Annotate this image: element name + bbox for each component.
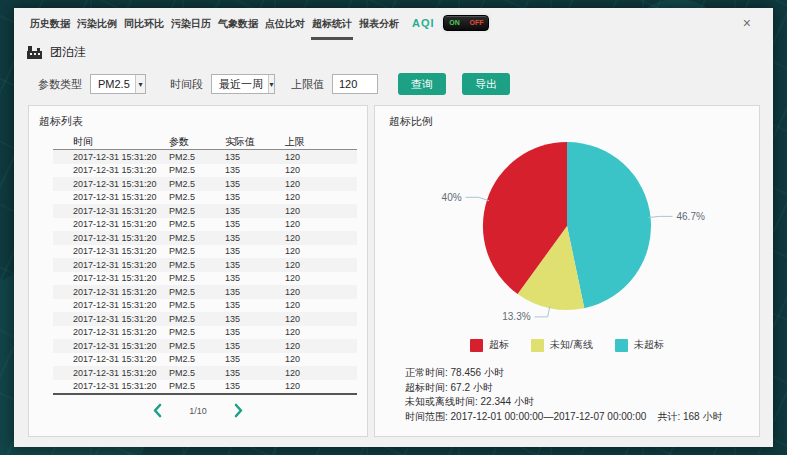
exceedance-ratio-panel: 超标比例 46.7%13.3%40% 超标未知/离线未超标 正常时间: 78.4… bbox=[374, 105, 760, 437]
table-cell: PM2.5 bbox=[169, 273, 225, 283]
exceedance-table: 时间参数实际值上限 2017-12-31 15:31:20PM2.5135120… bbox=[53, 134, 357, 395]
table-cell: 135 bbox=[225, 179, 285, 189]
table-cell: 2017-12-31 15:31:20 bbox=[73, 354, 169, 364]
upper-limit-input[interactable] bbox=[332, 74, 378, 94]
table-cell: 135 bbox=[225, 354, 285, 364]
aqi-toggle[interactable]: ON OFF bbox=[443, 15, 489, 31]
close-button[interactable]: × bbox=[737, 14, 757, 32]
table-cell: 2017-12-31 15:31:20 bbox=[73, 179, 169, 189]
period-select[interactable]: 最近一周 ▾ bbox=[211, 74, 275, 94]
table-cell: 120 bbox=[285, 260, 357, 270]
table-row: 2017-12-31 15:31:20PM2.5135120 bbox=[53, 191, 357, 205]
nav-item-pollution-ratio[interactable]: 污染比例 bbox=[75, 8, 119, 39]
query-button[interactable]: 查询 bbox=[398, 73, 446, 95]
table-row: 2017-12-31 15:31:20PM2.5135120 bbox=[53, 204, 357, 218]
legend-item-exceeded[interactable]: 超标 bbox=[470, 338, 509, 352]
table-cell: 135 bbox=[225, 165, 285, 175]
table-cell: 135 bbox=[225, 206, 285, 216]
desktop-background: 历史数据污染比例同比环比污染日历气象数据点位比对超标统计报表分析 AQI ON … bbox=[0, 0, 787, 455]
table-cell: 120 bbox=[285, 219, 357, 229]
table-cell: 2017-12-31 15:31:20 bbox=[73, 246, 169, 256]
table-cell: PM2.5 bbox=[169, 327, 225, 337]
table-cell: 135 bbox=[225, 260, 285, 270]
table-cell: 135 bbox=[225, 341, 285, 351]
pagination: 1/10 bbox=[29, 403, 367, 418]
list-panel-title: 超标列表 bbox=[39, 114, 83, 129]
column-header: 上限 bbox=[285, 135, 357, 149]
pie-label-leader bbox=[535, 306, 550, 317]
table-cell: PM2.5 bbox=[169, 368, 225, 378]
legend-swatch bbox=[531, 339, 544, 352]
table-cell: PM2.5 bbox=[169, 354, 225, 364]
table-row: 2017-12-31 15:31:20PM2.5135120 bbox=[53, 245, 357, 259]
table-cell: PM2.5 bbox=[169, 192, 225, 202]
pie-value-label: 40% bbox=[442, 192, 462, 203]
pie-slice-not-exceeded[interactable] bbox=[567, 142, 651, 308]
pie-value-label: 13.3% bbox=[502, 311, 530, 322]
nav-item-exceedance-statistics[interactable]: 超标统计 bbox=[310, 8, 354, 39]
table-row: 2017-12-31 15:31:20PM2.5135120 bbox=[53, 380, 357, 394]
legend-item-unknown-offline[interactable]: 未知/离线 bbox=[531, 338, 593, 352]
next-page-button[interactable] bbox=[233, 403, 244, 418]
table-cell: 120 bbox=[285, 246, 357, 256]
table-row: 2017-12-31 15:31:20PM2.5135120 bbox=[53, 272, 357, 286]
table-cell: 135 bbox=[225, 192, 285, 202]
table-cell: PM2.5 bbox=[169, 314, 225, 324]
stat-line: 超标时间: 67.2 小时 bbox=[405, 381, 722, 396]
filter-bar: 参数类型 PM2.5 ▾ 时间段 最近一周 ▾ 上限值 查询 导出 bbox=[14, 61, 773, 95]
table-cell: PM2.5 bbox=[169, 152, 225, 162]
pie-legend: 超标未知/离线未超标 bbox=[375, 338, 759, 352]
table-cell: 2017-12-31 15:31:20 bbox=[73, 314, 169, 324]
table-cell: 2017-12-31 15:31:20 bbox=[73, 192, 169, 202]
table-cell: 2017-12-31 15:31:20 bbox=[73, 381, 169, 391]
factory-icon bbox=[26, 45, 43, 60]
table-cell: 2017-12-31 15:31:20 bbox=[73, 287, 169, 297]
nav-item-report-analysis[interactable]: 报表分析 bbox=[357, 8, 401, 39]
table-cell: 135 bbox=[225, 273, 285, 283]
table-cell: 120 bbox=[285, 368, 357, 378]
legend-label: 未知/离线 bbox=[550, 338, 593, 352]
column-header: 参数 bbox=[169, 135, 225, 149]
table-cell: 135 bbox=[225, 381, 285, 391]
legend-item-not-exceeded[interactable]: 未超标 bbox=[615, 338, 664, 352]
table-cell: 2017-12-31 15:31:20 bbox=[73, 341, 169, 351]
prev-page-button[interactable] bbox=[152, 403, 163, 418]
table-cell: 120 bbox=[285, 206, 357, 216]
table-cell: 120 bbox=[285, 165, 357, 175]
table-cell: 135 bbox=[225, 152, 285, 162]
table-row: 2017-12-31 15:31:20PM2.5135120 bbox=[53, 299, 357, 313]
nav-item-pollution-calendar[interactable]: 污染日历 bbox=[169, 8, 213, 39]
nav-item-weather-data[interactable]: 气象数据 bbox=[216, 8, 260, 39]
export-button[interactable]: 导出 bbox=[462, 73, 510, 95]
table-row: 2017-12-31 15:31:20PM2.5135120 bbox=[53, 312, 357, 326]
toggle-off-label[interactable]: OFF bbox=[466, 16, 488, 30]
upper-limit-label: 上限值 bbox=[291, 77, 324, 92]
page-indicator: 1/10 bbox=[189, 406, 207, 416]
table-row: 2017-12-31 15:31:20PM2.5135120 bbox=[53, 366, 357, 380]
table-cell: PM2.5 bbox=[169, 260, 225, 270]
table-row: 2017-12-31 15:31:20PM2.5135120 bbox=[53, 353, 357, 367]
table-cell: 135 bbox=[225, 219, 285, 229]
table-cell: PM2.5 bbox=[169, 233, 225, 243]
param-type-label: 参数类型 bbox=[38, 77, 82, 92]
table-cell: PM2.5 bbox=[169, 341, 225, 351]
table-row: 2017-12-31 15:31:20PM2.5135120 bbox=[53, 164, 357, 178]
nav-item-point-comparison[interactable]: 点位比对 bbox=[263, 8, 307, 39]
nav-item-yoy-mom-comparison[interactable]: 同比环比 bbox=[122, 8, 166, 39]
table-cell: 2017-12-31 15:31:20 bbox=[73, 165, 169, 175]
chevron-down-icon: ▾ bbox=[135, 75, 145, 93]
param-select[interactable]: PM2.5 ▾ bbox=[90, 74, 146, 94]
table-cell: PM2.5 bbox=[169, 246, 225, 256]
table-cell: 2017-12-31 15:31:20 bbox=[73, 233, 169, 243]
nav-item-history-data[interactable]: 历史数据 bbox=[28, 8, 72, 39]
table-body: 2017-12-31 15:31:20PM2.51351202017-12-31… bbox=[53, 150, 357, 395]
toggle-on-label[interactable]: ON bbox=[444, 16, 466, 30]
table-cell: 2017-12-31 15:31:20 bbox=[73, 152, 169, 162]
table-cell: 135 bbox=[225, 314, 285, 324]
table-row: 2017-12-31 15:31:20PM2.5135120 bbox=[53, 218, 357, 232]
column-header: 实际值 bbox=[225, 135, 285, 149]
legend-swatch bbox=[615, 339, 628, 352]
table-cell: PM2.5 bbox=[169, 300, 225, 310]
column-header: 时间 bbox=[73, 135, 169, 149]
table-cell: PM2.5 bbox=[169, 219, 225, 229]
